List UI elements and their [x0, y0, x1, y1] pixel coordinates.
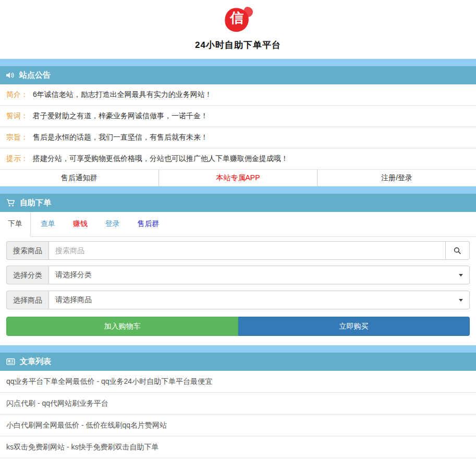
add-to-cart-button[interactable]: 加入购物车: [6, 317, 238, 336]
tab-aftersale-group[interactable]: 售后群: [130, 212, 167, 237]
aftersale-group-link[interactable]: 售后通知群: [0, 170, 159, 186]
announcement-header-label: 站点公告: [19, 70, 51, 80]
announcement-row: 誓词： 君子爱财助之有道，梓豪业务网诚信做事，一诺千金！: [0, 106, 476, 127]
chevron-down-icon: [459, 274, 463, 277]
search-addon-label: 搜索商品: [6, 241, 48, 260]
search-input[interactable]: [48, 241, 446, 260]
search-button[interactable]: [446, 241, 470, 260]
article-panel: 文章列表 qq业务平台下单全网最低价 - qq业务24小时自助下单平台最便宜 闪…: [0, 353, 476, 458]
logo-glyph: 信: [224, 11, 251, 24]
order-header-label: 自助下单: [20, 198, 51, 208]
announcement-panel: 站点公告 简介： 6年诚信老站，励志打造出全网最具有实力的业务网站！ 誓词： 君…: [0, 66, 476, 186]
background-strip: [0, 59, 476, 66]
product-addon-label: 选择商品: [6, 291, 48, 309]
quick-links-row: 售后通知群 本站专属APP 注册/登录: [0, 170, 476, 186]
announcement-text: 6年诚信老站，励志打造出全网最具有实力的业务网站！: [33, 90, 212, 99]
article-item[interactable]: qq业务平台下单全网最低价 - qq业务24小时自助下单平台最便宜: [0, 371, 476, 393]
chevron-down-icon: [459, 299, 463, 302]
article-item[interactable]: ks双击免费刷网站 - ks快手免费刷双击自助下单: [0, 436, 476, 458]
category-addon-label: 选择分类: [6, 266, 48, 284]
announcement-row: 宗旨： 售后是永恒的话题，我们一直坚信，有售后就有未来！: [0, 127, 476, 148]
announcement-label: 誓词：: [6, 111, 28, 121]
category-select-value: 请选择分类: [55, 270, 92, 280]
article-item[interactable]: 闪点代刷 - qq代网站刷业务平台: [0, 393, 476, 415]
site-title: 24小时自助下单平台: [0, 39, 476, 51]
category-select[interactable]: 请选择分类: [48, 266, 470, 284]
announcement-text: 君子爱财助之有道，梓豪业务网诚信做事，一诺千金！: [33, 111, 208, 121]
product-select[interactable]: 请选择商品: [48, 291, 470, 309]
order-header: 自助下单: [0, 194, 476, 212]
background-strip: [0, 345, 476, 353]
order-form: 搜索商品 选择分类 请选择分类 选择商品 请选择商品: [0, 237, 476, 345]
tab-check-order[interactable]: 查单: [33, 212, 63, 237]
announcement-row: 提示： 搭建分站，可享受购物更低价格哦，分站也可以推广他人下单赚取佣金提成哦！: [0, 148, 476, 170]
announcement-label: 提示：: [6, 154, 28, 164]
site-header: 信 24小时自助下单平台: [0, 0, 476, 59]
search-group: 搜索商品: [6, 241, 470, 260]
product-select-value: 请选择商品: [55, 295, 92, 305]
announcement-header: 站点公告: [0, 66, 476, 84]
buy-now-button[interactable]: 立即购买: [238, 317, 470, 336]
announcement-text: 售后是永恒的话题，我们一直坚信，有售后就有未来！: [33, 133, 208, 142]
cart-icon: [6, 199, 15, 207]
announcement-label: 简介：: [6, 90, 28, 99]
background-strip: [0, 186, 476, 194]
site-logo: 信: [224, 7, 253, 33]
site-app-link[interactable]: 本站专属APP: [159, 170, 318, 186]
order-actions: 加入购物车 立即购买: [6, 317, 470, 336]
search-icon: [454, 247, 461, 255]
order-panel: 自助下单 下单 查单 赚钱 登录 售后群 搜索商品 选择分类 请选择分类: [0, 194, 476, 345]
newspaper-icon: [6, 358, 15, 365]
register-login-link[interactable]: 注册/登录: [318, 170, 476, 186]
category-group: 选择分类 请选择分类: [6, 266, 470, 284]
tab-place-order[interactable]: 下单: [0, 212, 31, 237]
order-tabs: 下单 查单 赚钱 登录 售后群: [0, 212, 476, 237]
announcement-label: 宗旨：: [6, 133, 28, 142]
article-item[interactable]: 小白代刷网全网最低价 - 低价在线刷qq名片赞网站: [0, 415, 476, 436]
product-group: 选择商品 请选择商品: [6, 291, 470, 309]
speaker-icon: [6, 72, 15, 79]
tab-login[interactable]: 登录: [97, 212, 128, 237]
announcement-row: 简介： 6年诚信老站，励志打造出全网最具有实力的业务网站！: [0, 84, 476, 106]
article-header-label: 文章列表: [20, 357, 51, 367]
announcement-text: 搭建分站，可享受购物更低价格哦，分站也可以推广他人下单赚取佣金提成哦！: [33, 154, 288, 164]
article-header: 文章列表: [0, 353, 476, 371]
tab-earn-money[interactable]: 赚钱: [65, 212, 95, 237]
